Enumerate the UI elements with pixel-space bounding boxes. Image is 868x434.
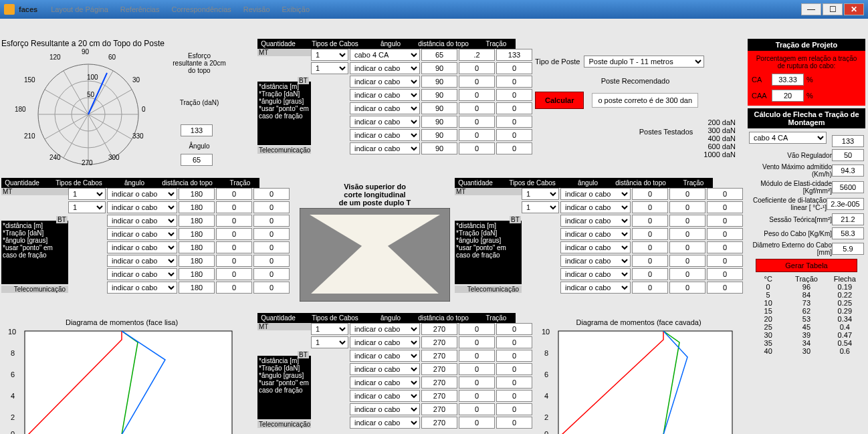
menu-item[interactable]: Referências	[120, 5, 160, 13]
vento-input[interactable]: 94.3	[832, 165, 864, 177]
qty-select[interactable]: 1	[522, 188, 559, 200]
value-cell[interactable]: 0	[216, 268, 252, 280]
cabo-select[interactable]: indicar o cabo	[107, 241, 177, 253]
cabo-select[interactable]: indicar o cabo	[350, 417, 420, 429]
cabo-select[interactable]: indicar o cabo	[350, 116, 420, 128]
calcular-button[interactable]: Calcular	[535, 92, 584, 109]
cabo-select[interactable]: indicar o cabo	[350, 403, 420, 415]
qty-select[interactable]: 1	[522, 201, 559, 213]
value-cell[interactable]: 0	[632, 268, 668, 280]
value-cell[interactable]: 0	[459, 363, 495, 375]
value-cell[interactable]: 0	[459, 390, 495, 402]
value-cell[interactable]: 270	[421, 350, 457, 362]
value-cell[interactable]: 0	[669, 188, 706, 200]
diam-input[interactable]: 5.9	[832, 243, 864, 255]
value-cell[interactable]: 90	[421, 142, 457, 154]
value-cell[interactable]: 0	[216, 241, 252, 253]
cabo-select[interactable]: indicar o cabo	[350, 89, 420, 101]
cabo-select[interactable]: indicar o cabo	[560, 201, 631, 213]
cabo-select[interactable]: cabo 4 CA	[350, 49, 420, 61]
cabo-select[interactable]: indicar o cabo	[350, 129, 420, 141]
value-cell[interactable]: 0	[459, 323, 495, 335]
maximize-button[interactable]	[823, 3, 843, 15]
coef-input[interactable]: 2.3e-005	[827, 198, 864, 210]
value-cell[interactable]: 0	[459, 376, 495, 389]
tipo-poste-select[interactable]: Poste duplo T - 11 metros	[584, 56, 704, 68]
sess-input[interactable]: 21.2	[832, 213, 864, 225]
value-cell[interactable]: 90	[421, 102, 457, 114]
value-cell[interactable]: 270	[421, 417, 457, 429]
value-cell[interactable]: 0	[496, 336, 532, 348]
value-cell[interactable]: 0	[459, 350, 495, 362]
value-cell[interactable]: 133	[496, 49, 532, 61]
value-cell[interactable]: 0	[632, 241, 668, 253]
value-cell[interactable]: 0	[669, 255, 706, 267]
cabo-select[interactable]: indicar o cabo	[107, 201, 177, 213]
qty-select[interactable]: 1	[311, 323, 348, 335]
cabo-select[interactable]: indicar o cabo	[560, 188, 631, 200]
value-cell[interactable]: 0	[632, 282, 668, 294]
value-cell[interactable]: 0	[707, 268, 743, 280]
value-cell[interactable]: 0	[632, 255, 668, 267]
cabo-select[interactable]: indicar o cabo	[350, 376, 420, 389]
value-cell[interactable]: 0	[496, 142, 532, 154]
value-cell[interactable]: 0	[669, 268, 706, 280]
menu-item[interactable]: Exibição	[282, 5, 310, 13]
minimize-button[interactable]	[801, 3, 821, 15]
value-cell[interactable]: 0	[216, 228, 252, 240]
angulo-value[interactable]: 65	[181, 154, 213, 166]
qty-select[interactable]: 1	[311, 336, 348, 348]
cabo-select[interactable]: indicar o cabo	[350, 336, 420, 348]
value-cell[interactable]: 0	[707, 282, 743, 294]
gerar-tabela-button[interactable]: Gerar Tabela	[756, 259, 857, 272]
vao-input[interactable]: 50	[832, 149, 864, 161]
menu-item[interactable]: Layout de Página	[51, 5, 108, 13]
value-cell[interactable]: 270	[421, 376, 457, 389]
value-cell[interactable]: 0	[459, 89, 495, 101]
value-cell[interactable]: 0	[253, 255, 290, 267]
cabo-select[interactable]: indicar o cabo	[350, 363, 420, 375]
value-cell[interactable]: 0	[253, 282, 290, 294]
value-cell[interactable]: 180	[179, 188, 215, 200]
value-cell[interactable]: 0	[496, 116, 532, 128]
cabo-select[interactable]: indicar o cabo	[350, 323, 420, 335]
value-cell[interactable]: 270	[421, 390, 457, 402]
value-cell[interactable]: 0	[707, 241, 743, 253]
value-cell[interactable]: 0	[669, 282, 706, 294]
ca-input[interactable]: 33.33	[772, 74, 804, 86]
flecha-trac[interactable]: 133	[832, 135, 864, 147]
value-cell[interactable]: 0	[669, 228, 706, 240]
cabo-select[interactable]: indicar o cabo	[560, 215, 631, 227]
peso-input[interactable]: 58.3	[832, 227, 864, 239]
value-cell[interactable]: 0	[459, 403, 495, 415]
value-cell[interactable]: 180	[179, 228, 215, 240]
value-cell[interactable]: 0	[216, 215, 252, 227]
cabo-select[interactable]: indicar o cabo	[560, 228, 631, 240]
value-cell[interactable]: 0	[253, 241, 290, 253]
value-cell[interactable]: 0	[459, 116, 495, 128]
value-cell[interactable]: 270	[421, 336, 457, 348]
value-cell[interactable]: 270	[421, 403, 457, 415]
value-cell[interactable]: 0	[632, 215, 668, 227]
value-cell[interactable]: 0	[707, 201, 743, 213]
value-cell[interactable]: 65	[421, 49, 457, 61]
cabo-select[interactable]: indicar o cabo	[107, 188, 177, 200]
value-cell[interactable]: 180	[179, 215, 215, 227]
cabo-select[interactable]: indicar o cabo	[107, 228, 177, 240]
cabo-select[interactable]: indicar o cabo	[560, 255, 631, 267]
qty-select[interactable]: 1	[68, 188, 106, 200]
cabo-select[interactable]: indicar o cabo	[107, 268, 177, 280]
value-cell[interactable]: 0	[496, 62, 532, 74]
cabo-select[interactable]: indicar o cabo	[350, 76, 420, 88]
value-cell[interactable]: 0	[669, 215, 706, 227]
cabo-select[interactable]: indicar o cabo	[350, 62, 420, 74]
value-cell[interactable]: 0	[459, 336, 495, 348]
cabo-select[interactable]: indicar o cabo	[350, 350, 420, 362]
value-cell[interactable]: 0	[707, 188, 743, 200]
menu-item[interactable]: Revisão	[243, 5, 270, 13]
value-cell[interactable]: 0	[496, 403, 532, 415]
value-cell[interactable]: 0	[459, 129, 495, 141]
value-cell[interactable]: 90	[421, 62, 457, 74]
value-cell[interactable]: 0	[459, 102, 495, 114]
value-cell[interactable]: 270	[421, 323, 457, 335]
